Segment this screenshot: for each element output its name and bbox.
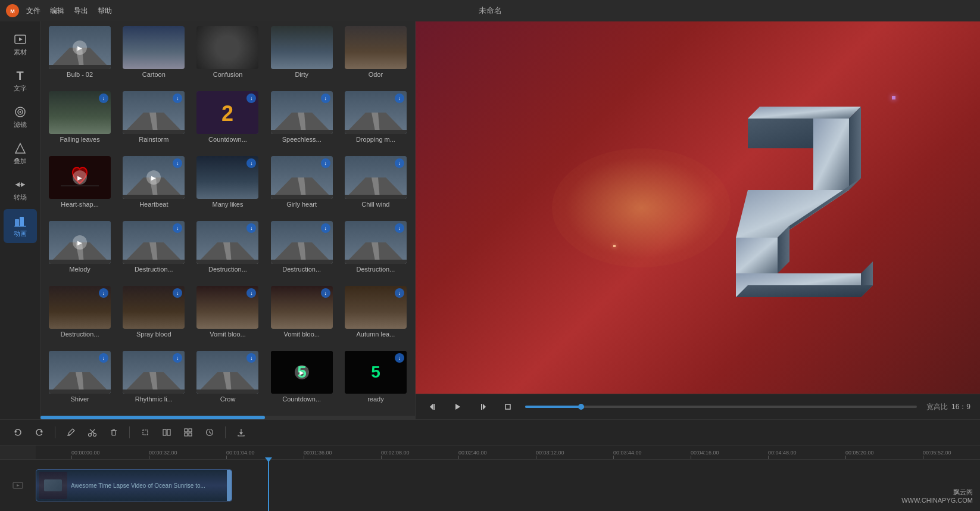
media-item-1[interactable]: ▶Bulb - 02 bbox=[43, 24, 117, 89]
media-thumb-21: ↓ bbox=[49, 286, 111, 329]
delete-button[interactable] bbox=[105, 424, 122, 441]
play-button[interactable] bbox=[450, 399, 466, 415]
panel-scrollbar[interactable] bbox=[40, 416, 415, 419]
media-item-2[interactable]: Cartoon bbox=[117, 24, 191, 89]
download-badge-6[interactable]: ↓ bbox=[99, 94, 108, 103]
media-item-29[interactable]: 5 ▶Countdown... bbox=[265, 348, 339, 413]
media-item-4[interactable]: Dirty bbox=[265, 24, 339, 89]
menu-file[interactable]: 文件 bbox=[26, 6, 40, 16]
edit-button[interactable] bbox=[63, 424, 79, 441]
sidebar-item-animation[interactable]: 动画 bbox=[4, 209, 37, 243]
media-label-13: Many likes bbox=[193, 201, 262, 208]
menu-edit[interactable]: 编辑 bbox=[50, 6, 64, 16]
sidebar-item-filter[interactable]: 滤镜 bbox=[4, 100, 37, 134]
play-badge-12[interactable]: ▶ bbox=[146, 170, 161, 185]
media-item-16[interactable]: ▶Melody bbox=[43, 219, 117, 283]
media-item-14[interactable]: ↓Girly heart bbox=[265, 154, 339, 219]
svg-rect-29 bbox=[345, 195, 407, 199]
titlebar: M 文件 编辑 导出 帮助 未命名 bbox=[0, 0, 980, 21]
redo-button[interactable] bbox=[31, 424, 48, 441]
ruler-label-8: 00:04:16.00 bbox=[691, 450, 719, 456]
panel-scrollbar-thumb[interactable] bbox=[40, 416, 265, 419]
media-thumb-5 bbox=[345, 26, 407, 69]
menu-help[interactable]: 帮助 bbox=[98, 6, 112, 16]
download-badge-25[interactable]: ↓ bbox=[395, 288, 404, 298]
sidebar-item-text[interactable]: T 文字 bbox=[4, 64, 37, 98]
time-button[interactable] bbox=[201, 424, 218, 441]
media-label-27: Rhythmic li... bbox=[119, 395, 188, 403]
download-badge-14[interactable]: ↓ bbox=[321, 158, 330, 168]
media-item-22[interactable]: ↓Spray blood bbox=[117, 283, 191, 348]
playhead[interactable] bbox=[268, 460, 269, 511]
ruler-label-5: 00:02:40.00 bbox=[458, 450, 487, 456]
aspect-ratio-display: 宽高比 16：9 bbox=[926, 402, 970, 412]
clip-end-handle[interactable] bbox=[227, 470, 232, 501]
media-item-25[interactable]: ↓Autumn lea... bbox=[339, 283, 413, 348]
download-badge-21[interactable]: ↓ bbox=[99, 288, 108, 298]
split-button[interactable] bbox=[158, 424, 175, 441]
download-badge-24[interactable]: ↓ bbox=[321, 288, 330, 298]
download-badge-9[interactable]: ↓ bbox=[321, 94, 330, 103]
ruler-line-5 bbox=[458, 456, 459, 459]
media-item-9[interactable]: ↓Speechless... bbox=[265, 89, 339, 154]
media-item-8[interactable]: 2 ↓Countdown... bbox=[191, 89, 264, 154]
media-item-30[interactable]: 5 ↓ready bbox=[339, 348, 413, 413]
grid-button[interactable] bbox=[180, 424, 196, 441]
media-item-20[interactable]: ↓Destruction... bbox=[339, 219, 413, 283]
download-badge-10[interactable]: ↓ bbox=[395, 94, 404, 103]
media-item-23[interactable]: ↓Vomit bloo... bbox=[191, 283, 264, 348]
play-badge-1[interactable]: ▶ bbox=[73, 40, 87, 55]
media-item-11[interactable]: ▶Heart-shap... bbox=[43, 154, 117, 219]
ruler-line-7 bbox=[613, 456, 614, 459]
export-button[interactable] bbox=[233, 424, 249, 441]
play-badge-29[interactable]: ▶ bbox=[295, 365, 309, 379]
media-item-28[interactable]: ↓Crow bbox=[191, 348, 264, 413]
ruler-line-6 bbox=[536, 456, 536, 459]
progress-handle[interactable] bbox=[578, 404, 584, 410]
sidebar-item-overlay[interactable]: 叠加 bbox=[4, 136, 37, 170]
sidebar-item-media[interactable]: 素材 bbox=[4, 27, 37, 61]
download-badge-20[interactable]: ↓ bbox=[395, 223, 404, 233]
play-badge-16[interactable]: ▶ bbox=[73, 235, 87, 250]
media-item-6[interactable]: ↓Falling leaves bbox=[43, 89, 117, 154]
download-badge-15[interactable]: ↓ bbox=[395, 158, 404, 168]
download-badge-23[interactable]: ↓ bbox=[246, 288, 256, 298]
media-item-17[interactable]: ↓Destruction... bbox=[117, 219, 191, 283]
media-item-10[interactable]: ↓Dropping m... bbox=[339, 89, 413, 154]
media-item-18[interactable]: ↓Destruction... bbox=[191, 219, 264, 283]
transition-icon bbox=[13, 177, 27, 192]
media-item-3[interactable]: Confusion bbox=[191, 24, 264, 89]
download-badge-13[interactable]: ↓ bbox=[246, 158, 256, 168]
svg-rect-78 bbox=[143, 430, 148, 435]
svg-rect-82 bbox=[189, 429, 192, 432]
menu-export[interactable]: 导出 bbox=[74, 6, 88, 16]
download-badge-22[interactable]: ↓ bbox=[173, 288, 182, 298]
forward-button[interactable] bbox=[475, 399, 491, 415]
download-badge-26[interactable]: ↓ bbox=[99, 353, 108, 363]
undo-button[interactable] bbox=[10, 424, 26, 441]
media-item-13[interactable]: ↓Many likes bbox=[191, 154, 264, 219]
media-item-21[interactable]: ↓Destruction... bbox=[43, 283, 117, 348]
timeline-clip[interactable]: Awesome Time Lapse Video of Ocean Sunris… bbox=[36, 469, 232, 501]
svg-line-87 bbox=[210, 432, 211, 434]
media-item-26[interactable]: ↓Shiver bbox=[43, 348, 117, 413]
media-item-7[interactable]: ↓Rainstorm bbox=[117, 89, 191, 154]
stop-button[interactable] bbox=[500, 399, 516, 415]
sidebar-item-transition[interactable]: 转场 bbox=[4, 173, 37, 207]
progress-bar[interactable] bbox=[525, 406, 917, 408]
play-badge-11[interactable]: ▶ bbox=[73, 170, 87, 185]
download-badge-30[interactable]: ↓ bbox=[395, 353, 404, 363]
download-badge-19[interactable]: ↓ bbox=[321, 223, 330, 233]
media-item-15[interactable]: ↓Chill wind bbox=[339, 154, 413, 219]
media-item-24[interactable]: ↓Vomit bloo... bbox=[265, 283, 339, 348]
media-item-5[interactable]: Odor bbox=[339, 24, 413, 89]
toolbar-sep-1 bbox=[55, 426, 55, 438]
progress-fill bbox=[525, 406, 584, 408]
rewind-button[interactable] bbox=[425, 399, 441, 415]
media-item-12[interactable]: ↓▶Heartbeat bbox=[117, 154, 191, 219]
crop-button[interactable] bbox=[137, 424, 154, 441]
media-item-27[interactable]: ↓Rhythmic li... bbox=[117, 348, 191, 413]
media-item-19[interactable]: ↓Destruction... bbox=[265, 219, 339, 283]
media-icon bbox=[13, 32, 27, 46]
cut-button[interactable] bbox=[84, 424, 101, 441]
